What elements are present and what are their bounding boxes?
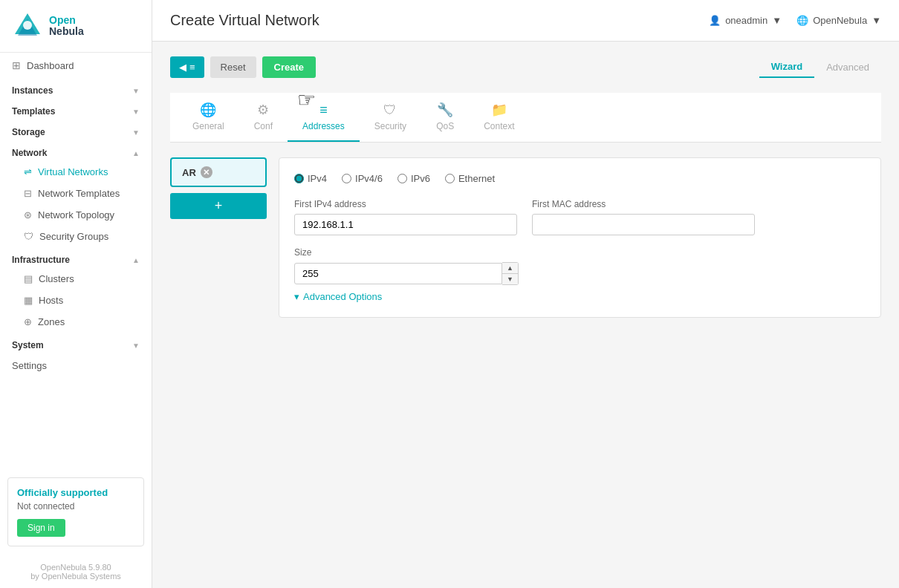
sidebar-section-templates[interactable]: Templates ▼: [0, 99, 152, 120]
dashboard-icon: ⊞: [12, 59, 21, 71]
security-tab-label: Security: [374, 121, 406, 131]
back-button[interactable]: ◀ ≡: [170, 56, 204, 78]
storage-collapse-arrow: ▼: [132, 128, 140, 137]
first-mac-input[interactable]: [532, 214, 755, 235]
settings-label: Settings: [12, 360, 47, 371]
sidebar-item-network-topology[interactable]: ⊛ Network Topology: [0, 204, 152, 226]
signin-button[interactable]: Sign in: [17, 519, 65, 537]
network-collapse-arrow: ▲: [132, 149, 140, 157]
by-text: by OpenNebula Systems: [12, 572, 140, 581]
topbar-right: 👤 oneadmin ▼ 🌐 OpenNebula ▼: [709, 15, 881, 26]
hosts-label: Hosts: [39, 295, 63, 306]
sidebar-item-settings[interactable]: Settings: [0, 353, 152, 378]
tab-qos[interactable]: 🔧 QoS: [421, 93, 469, 142]
virtual-networks-icon: ⇌: [24, 166, 32, 177]
sidebar-item-hosts[interactable]: ▦ Hosts: [0, 290, 152, 311]
ar-add-button[interactable]: +: [170, 193, 267, 219]
topbar: Create Virtual Network 👤 oneadmin ▼ 🌐 Op…: [152, 0, 899, 42]
size-increment-button[interactable]: ▲: [502, 263, 518, 274]
cloud-menu[interactable]: 🌐 OpenNebula ▼: [796, 15, 881, 26]
ipv4-6-radio-option[interactable]: IPv4/6: [342, 173, 383, 184]
sidebar-item-dashboard[interactable]: ⊞ Dashboard: [0, 53, 152, 78]
ar-remove-button[interactable]: ✕: [201, 166, 212, 178]
ethernet-radio[interactable]: [445, 174, 455, 183]
back-icon: ◀: [179, 62, 186, 73]
logo-text: Open Nebula: [49, 15, 84, 38]
sidebar-item-virtual-networks[interactable]: ⇌ Virtual Networks: [0, 161, 152, 183]
zones-label: Zones: [38, 316, 65, 327]
ar-form: IPv4 IPv4/6 IPv6 Ethernet: [279, 157, 881, 318]
tab-advanced[interactable]: Advanced: [814, 57, 881, 77]
tab-addresses[interactable]: ≡ Addresses: [288, 94, 360, 142]
size-spinners: ▲ ▼: [502, 262, 519, 285]
ethernet-radio-option[interactable]: Ethernet: [445, 173, 495, 184]
ar-panel: AR ✕ +: [170, 157, 267, 318]
instances-label: Instances: [12, 85, 53, 96]
infrastructure-label: Infrastructure: [12, 255, 70, 265]
sidebar-section-network[interactable]: Network ▲: [0, 140, 152, 161]
svg-point-3: [23, 21, 32, 30]
ar-add-icon: +: [215, 198, 223, 214]
addresses-tab-icon: ≡: [319, 102, 328, 118]
address-type-radio-group: IPv4 IPv4/6 IPv6 Ethernet: [294, 173, 866, 184]
create-button[interactable]: Create: [262, 56, 316, 78]
ipv4-label: IPv4: [308, 173, 327, 184]
sidebar-item-security-groups[interactable]: 🛡 Security Groups: [0, 226, 152, 247]
security-groups-icon: 🛡: [24, 231, 33, 242]
conf-tab-label: Conf: [254, 121, 273, 131]
officially-supported-title: Officially supported: [17, 487, 134, 498]
sidebar-item-clusters[interactable]: ▤ Clusters: [0, 268, 152, 290]
size-decrement-button[interactable]: ▼: [502, 274, 518, 284]
ipv4-radio[interactable]: [294, 174, 304, 183]
tab-general[interactable]: 🌐 General: [178, 93, 239, 142]
user-chevron-icon: ▼: [772, 15, 782, 26]
chevron-down-icon: ▾: [294, 291, 299, 302]
tab-security[interactable]: 🛡 Security: [360, 94, 421, 142]
sidebar-section-instances[interactable]: Instances ▼: [0, 78, 152, 99]
network-topology-label: Network Topology: [38, 209, 114, 220]
step-tabs: 🌐 General ⚙ Conf ≡ Addresses 🛡 Security …: [170, 93, 881, 143]
user-menu[interactable]: 👤 oneadmin ▼: [709, 15, 782, 26]
sidebar-footer: OpenNebula 5.9.80 by OpenNebula Systems: [0, 555, 152, 588]
ipv6-radio-option[interactable]: IPv6: [397, 173, 430, 184]
ar-item[interactable]: AR ✕: [170, 157, 267, 187]
system-label: System: [12, 340, 44, 350]
tab-context[interactable]: 📁 Context: [469, 93, 529, 142]
reset-button[interactable]: Reset: [210, 56, 256, 78]
cloud-label: OpenNebula: [813, 15, 867, 26]
ipv6-radio[interactable]: [397, 174, 407, 183]
sidebar-item-network-templates[interactable]: ⊟ Network Templates: [0, 183, 152, 204]
form-area: AR ✕ + IPv4 IPv4/6: [170, 157, 881, 318]
menu-icon: ≡: [189, 62, 195, 73]
zones-icon: ⊕: [24, 316, 32, 327]
ipv4-6-radio[interactable]: [342, 174, 351, 183]
sidebar-section-infrastructure[interactable]: Infrastructure ▲: [0, 247, 152, 268]
first-ipv4-input[interactable]: [294, 214, 517, 235]
templates-label: Templates: [12, 106, 55, 117]
general-tab-label: General: [192, 121, 224, 131]
sidebar-section-storage[interactable]: Storage ▼: [0, 120, 152, 140]
qos-tab-icon: 🔧: [437, 102, 453, 118]
sidebar: Open Nebula ⊞ Dashboard Instances ▼ Temp…: [0, 0, 152, 588]
action-toolbar: ◀ ≡ Reset Create Wizard Advanced: [170, 56, 881, 78]
officially-supported-box: Officially supported Not connected Sign …: [7, 477, 144, 546]
clusters-label: Clusters: [39, 273, 74, 284]
sidebar-item-label: Dashboard: [27, 60, 74, 71]
network-templates-icon: ⊟: [24, 188, 32, 199]
infrastructure-collapse-arrow: ▲: [132, 256, 140, 264]
virtual-networks-label: Virtual Networks: [38, 166, 108, 177]
sidebar-item-zones[interactable]: ⊕ Zones: [0, 311, 152, 333]
wizard-advanced-tabs: Wizard Advanced: [759, 56, 881, 78]
size-input[interactable]: [294, 263, 502, 284]
tab-wizard[interactable]: Wizard: [759, 56, 815, 78]
tab-conf[interactable]: ⚙ Conf: [239, 93, 288, 142]
advanced-options-toggle[interactable]: ▾ Advanced Options: [294, 291, 866, 302]
instances-collapse-arrow: ▼: [132, 87, 140, 95]
hosts-icon: ▦: [24, 295, 33, 306]
main-content: Create Virtual Network 👤 oneadmin ▼ 🌐 Op…: [152, 0, 899, 588]
not-connected-status: Not connected: [17, 501, 134, 512]
sidebar-section-system[interactable]: System ▼: [0, 333, 152, 353]
security-tab-icon: 🛡: [383, 102, 397, 118]
advanced-options-label: Advanced Options: [303, 291, 382, 302]
ipv4-radio-option[interactable]: IPv4: [294, 173, 327, 184]
